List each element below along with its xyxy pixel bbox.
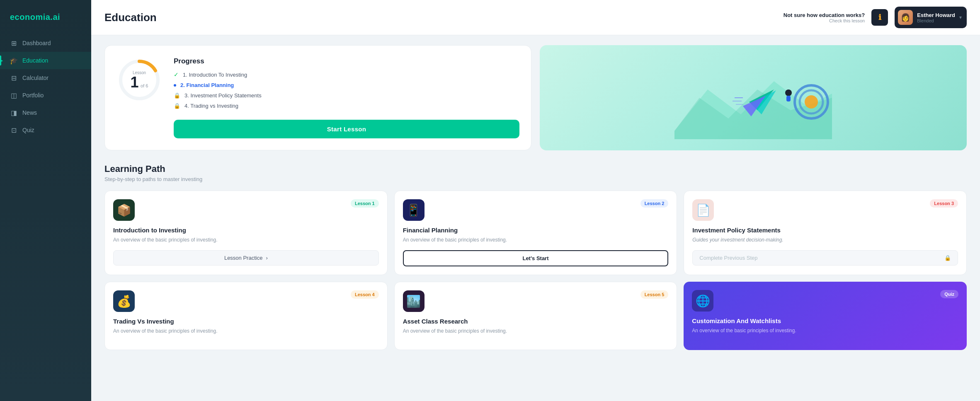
lesson-card-quiz: 🌐 Quiz Customization And Watchlists An o… <box>684 282 967 350</box>
sidebar-label-calculator: Calculator <box>22 75 49 81</box>
card-top-quiz: 🌐 Quiz <box>692 290 958 312</box>
lesson-5-desc: An overview of the basic principles of i… <box>403 327 669 335</box>
progress-item-4-text: 4. Trading vs Investing <box>184 103 238 109</box>
sidebar-item-dashboard[interactable]: ⊞ Dashboard <box>0 34 91 52</box>
progress-item-2-text: 2. Financial Planning <box>180 82 234 88</box>
lesson-4-icon: 💰 <box>113 290 135 312</box>
info-button[interactable]: ℹ <box>871 9 888 26</box>
lesson-card-5: 🏙️ Lesson 5 Asset Class Research An over… <box>394 282 677 350</box>
quiz-desc: An overview of the basic principles of i… <box>692 327 958 334</box>
calculator-icon: ⊟ <box>10 74 17 82</box>
progress-item-2[interactable]: 2. Financial Planning <box>174 82 519 88</box>
lesson-3-title: Investment Policy Statements <box>692 227 958 234</box>
sidebar-label-education: Education <box>22 57 48 64</box>
lesson-4-title: Trading Vs Investing <box>113 318 379 325</box>
sidebar-label-dashboard: Dashboard <box>22 40 51 46</box>
progress-item-3-text: 3. Investment Policy Statements <box>184 92 262 99</box>
lesson-2-badge: Lesson 2 <box>640 199 669 208</box>
top-section: Lesson 1 of 6 Progress ✓ 1. Introduction… <box>104 45 967 150</box>
header-right: Not sure how education works? Check this… <box>784 7 967 28</box>
card-top-4: 💰 Lesson 4 <box>113 290 379 312</box>
lesson-card-4: 💰 Lesson 4 Trading Vs Investing An overv… <box>104 282 388 350</box>
hero-illustration <box>540 45 967 150</box>
lesson-2-icon: 📱 <box>403 199 425 221</box>
progress-list: Progress ✓ 1. Introduction To Investing … <box>174 57 519 138</box>
lesson-card-1: 📦 Lesson 1 Introduction to Investing An … <box>104 191 388 275</box>
lesson-4-badge: Lesson 4 <box>351 290 379 299</box>
sidebar-label-news: News <box>22 109 37 116</box>
card-top-5: 🏙️ Lesson 5 <box>403 290 669 312</box>
lock-icon-1: 🔒 <box>174 92 180 99</box>
progress-title: Progress <box>174 57 519 65</box>
quiz-badge: Quiz <box>940 290 958 298</box>
page-title: Education <box>104 11 157 24</box>
chevron-right-icon: › <box>266 255 267 261</box>
progress-item-4: 🔒 4. Trading vs Investing <box>174 103 519 109</box>
chevron-down-icon: ▾ <box>959 14 962 20</box>
content-area: Lesson 1 of 6 Progress ✓ 1. Introduction… <box>91 35 980 401</box>
lesson-2-title: Financial Planning <box>403 227 669 234</box>
lesson-5-badge: Lesson 5 <box>640 290 669 299</box>
lesson-4-desc: An overview of the basic principles of i… <box>113 327 379 335</box>
user-name: Esther Howard <box>917 12 955 18</box>
learning-path-section: Learning Path Step-by-step to paths to m… <box>104 164 967 350</box>
progress-item-1: ✓ 1. Introduction To Investing <box>174 71 519 78</box>
lock-icon-3: 🔒 <box>944 255 951 261</box>
sidebar: economia.ai ⊞ Dashboard ▶ 🎓 Education ⊟ … <box>0 0 91 401</box>
svg-point-9 <box>805 95 818 109</box>
sidebar-label-portfolio: Portfolio <box>22 92 44 99</box>
card-top-1: 📦 Lesson 1 <box>113 199 379 221</box>
active-arrow-icon: ▶ <box>0 58 3 63</box>
help-title: Not sure how education works? <box>784 12 865 18</box>
lesson-cards-grid: 📦 Lesson 1 Introduction to Investing An … <box>104 191 967 350</box>
dashboard-icon: ⊞ <box>10 39 17 47</box>
lesson-3-badge: Lesson 3 <box>930 199 958 208</box>
quiz-icon: ⊡ <box>10 126 17 134</box>
main-content: Education Not sure how education works? … <box>91 0 980 401</box>
learning-path-subtitle: Step-by-step to paths to master investin… <box>104 176 967 182</box>
sidebar-item-news[interactable]: ◨ News <box>0 104 91 121</box>
user-role: Blended <box>917 18 955 23</box>
lesson-number: 1 <box>131 74 139 91</box>
card-top-3: 📄 Lesson 3 <box>692 199 958 221</box>
lock-icon-2: 🔒 <box>174 103 180 109</box>
quiz-card-icon: 🌐 <box>692 290 713 312</box>
lesson-5-icon: 🏙️ <box>403 290 425 312</box>
avatar: 👩 <box>898 10 913 25</box>
lesson-3-button[interactable]: Complete Previous Step 🔒 <box>692 250 958 266</box>
lesson-2-button[interactable]: Let's Start <box>403 250 669 266</box>
svg-rect-11 <box>786 96 791 101</box>
lesson-3-icon: 📄 <box>692 199 714 221</box>
svg-point-10 <box>785 89 792 96</box>
user-info: Esther Howard Blended <box>917 12 955 23</box>
lesson-3-desc: Guides your investment decision-making. <box>692 236 958 244</box>
lesson-2-desc: An overview of the basic principles of i… <box>403 236 669 244</box>
lesson-progress-circle: Lesson 1 of 6 <box>116 57 162 103</box>
hero-card <box>540 45 967 150</box>
lesson-1-title: Introduction to Investing <box>113 227 379 234</box>
active-dot <box>174 84 176 87</box>
check-icon: ✓ <box>174 71 179 78</box>
portfolio-icon: ◫ <box>10 92 17 99</box>
user-profile[interactable]: 👩 Esther Howard Blended ▾ <box>895 7 967 28</box>
sidebar-item-calculator[interactable]: ⊟ Calculator <box>0 69 91 87</box>
sidebar-item-quiz[interactable]: ⊡ Quiz <box>0 121 91 139</box>
lesson-5-title: Asset Class Research <box>403 318 669 325</box>
page-header: Education Not sure how education works? … <box>91 0 980 35</box>
help-sub: Check this lesson <box>784 18 865 23</box>
lesson-card-2: 📱 Lesson 2 Financial Planning An overvie… <box>394 191 677 275</box>
start-lesson-button[interactable]: Start Lesson <box>174 120 519 138</box>
card-top-2: 📱 Lesson 2 <box>403 199 669 221</box>
quiz-title: Customization And Watchlists <box>692 317 958 324</box>
sidebar-label-quiz: Quiz <box>22 127 34 133</box>
lesson-1-button[interactable]: Lesson Practice › <box>113 250 379 266</box>
progress-item-3: 🔒 3. Investment Policy Statements <box>174 92 519 99</box>
education-icon: 🎓 <box>10 57 17 64</box>
app-logo: economia.ai <box>0 8 91 34</box>
progress-card: Lesson 1 of 6 Progress ✓ 1. Introduction… <box>104 45 531 150</box>
sidebar-item-education[interactable]: ▶ 🎓 Education <box>0 52 91 69</box>
progress-item-1-text: 1. Introduction To Investing <box>183 72 247 78</box>
lesson-1-desc: An overview of the basic principles of i… <box>113 236 379 244</box>
news-icon: ◨ <box>10 109 17 116</box>
sidebar-item-portfolio[interactable]: ◫ Portfolio <box>0 87 91 104</box>
